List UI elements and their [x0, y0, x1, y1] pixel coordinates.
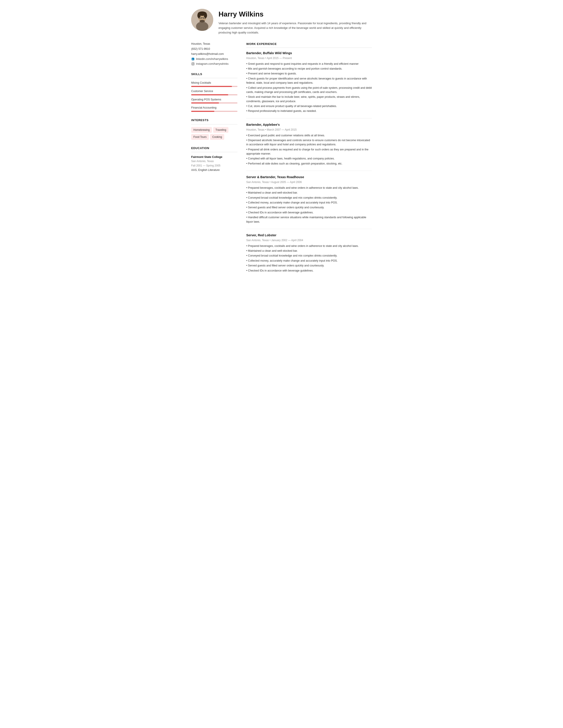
contact-instagram: instagram.com/harrysdrinks	[196, 62, 228, 66]
job-meta: Houston, Texas • March 2007 — April 2015	[246, 128, 372, 132]
instagram-icon	[191, 62, 195, 66]
skill-item: Operating POS Systems	[191, 98, 237, 104]
interests-section: INTERESTS HomebrewingTravelingFood Tours…	[191, 118, 237, 140]
job-bullet: Respond professionally to inebriated gue…	[246, 109, 372, 113]
skill-item: Financial Accounting	[191, 106, 237, 112]
interest-tag: Food Tours	[191, 134, 209, 140]
job-bullet: Checked IDs in accordance with beverage …	[246, 269, 372, 273]
resume-wrapper: Harry Wilkins Veteran bartender and mixo…	[182, 0, 381, 291]
jobs-list: Bartender, Buffalo Wild Wings Houston, T…	[246, 51, 372, 273]
svg-point-13	[192, 63, 194, 65]
job-bullet: Maintained a clean and well-stocked bar.	[246, 249, 372, 253]
job-title: Server, Red Lobster	[246, 233, 372, 238]
contact-phone: (832) 571-9910	[191, 47, 237, 51]
job-bullet: Collected money, accurately make change …	[246, 201, 372, 205]
avatar	[191, 9, 213, 31]
skill-item: Mixing Cocktails	[191, 81, 237, 87]
work-experience-section: WORK EXPERIENCE Bartender, Buffalo Wild …	[246, 42, 372, 273]
interests-title: INTERESTS	[191, 118, 237, 122]
main-layout: Houston, Texas (832) 571-9910 harry.wilk…	[191, 42, 372, 278]
job-bullets: Greet guests and respond to guest inquir…	[246, 62, 372, 113]
contact-linkedin-row: in linkedin.com/in/harrywilkins	[191, 57, 237, 61]
job-bullet: Performed all side duties such as cleani…	[246, 162, 372, 166]
skill-bar-fill	[191, 111, 214, 112]
job-block: Bartender, Buffalo Wild Wings Houston, T…	[246, 51, 372, 113]
skills-list: Mixing Cocktails Customer Service Operat…	[191, 81, 237, 112]
job-bullet: Collect and process payments from guests…	[246, 86, 372, 94]
svg-rect-12	[192, 63, 194, 65]
job-bullet: Dispensed alcoholic beverages and contro…	[246, 138, 372, 147]
education-item: Fairmont State College San Antonio, Texa…	[191, 155, 237, 172]
skills-section: SKILLS Mixing Cocktails Customer Service…	[191, 72, 237, 112]
work-experience-title: WORK EXPERIENCE	[246, 42, 372, 46]
skill-name: Operating POS Systems	[191, 98, 237, 102]
job-title: Server & Bartender, Texas Roadhouse	[246, 175, 372, 180]
sidebar: Houston, Texas (832) 571-9910 harry.wilk…	[191, 42, 237, 178]
job-bullet: Served guests and filled server orders q…	[246, 264, 372, 268]
contact-linkedin: linkedin.com/in/harrywilkins	[196, 57, 228, 61]
job-bullets: Prepared beverages, cocktails and wine o…	[246, 186, 372, 224]
job-bullet: Prepared all drink orders as required an…	[246, 148, 372, 156]
skill-bar-bg	[191, 86, 237, 87]
svg-point-14	[194, 63, 194, 63]
skill-name: Financial Accounting	[191, 106, 237, 110]
education-title: EDUCATION	[191, 146, 237, 150]
interest-tag: Traveling	[213, 127, 228, 133]
skill-bar-bg	[191, 102, 237, 103]
job-bullet: Complied with all liquor laws, health re…	[246, 157, 372, 161]
job-meta: Houston, Texas • April 2015 — Present	[246, 56, 372, 60]
edu-degree: AAS, English Literature	[191, 168, 237, 172]
linkedin-icon: in	[191, 57, 195, 61]
education-list: Fairmont State College San Antonio, Texa…	[191, 155, 237, 172]
job-meta: San Antonio, Texas • August 2005 — April…	[246, 180, 372, 184]
skill-bar-fill	[191, 86, 232, 87]
job-bullets: Prepared beverages, cocktails and wine o…	[246, 244, 372, 273]
edu-school: Fairmont State College	[191, 155, 237, 159]
job-bullet: Handled difficult customer service situa…	[246, 215, 372, 224]
skill-name: Mixing Cocktails	[191, 81, 237, 85]
skill-bar-fill	[191, 102, 219, 103]
job-bullet: Greet guests and respond to guest inquir…	[246, 62, 372, 66]
header-info: Harry Wilkins Veteran bartender and mixo…	[219, 9, 372, 35]
job-bullet: Exercised good public and customer relat…	[246, 133, 372, 138]
job-bullet: Present and serve beverages to guests.	[246, 72, 372, 76]
job-bullet: Prepared beverages, cocktails and wine o…	[246, 186, 372, 190]
skills-divider	[191, 78, 237, 78]
contact-section: Houston, Texas (832) 571-9910 harry.wilk…	[191, 42, 237, 66]
job-title: Bartender, Buffalo Wild Wings	[246, 51, 372, 56]
candidate-summary: Veteran bartender and mixologist with 14…	[219, 21, 372, 35]
interest-tag: Homebrewing	[191, 127, 212, 133]
edu-dates: Fall 2001 — Spring 2005	[191, 164, 237, 168]
job-bullets: Exercised good public and customer relat…	[246, 133, 372, 166]
skill-item: Customer Service	[191, 89, 237, 95]
job-block: Bartender, Applebee's Houston, Texas • M…	[246, 122, 372, 166]
job-bullet: Check guests for proper identification a…	[246, 77, 372, 85]
job-bullet: Served guests and filled server orders q…	[246, 205, 372, 210]
contact-email: harry.wilkins@hotmail.com	[191, 52, 237, 56]
main-content: WORK EXPERIENCE Bartender, Buffalo Wild …	[246, 42, 372, 278]
job-separator	[246, 171, 372, 171]
job-title: Bartender, Applebee's	[246, 122, 372, 127]
job-bullet: Prepared beverages, cocktails and wine o…	[246, 244, 372, 248]
job-bullet: Conveyed broad cocktail knowledge and mi…	[246, 254, 372, 258]
interest-tags: HomebrewingTravelingFood ToursCooking	[191, 127, 237, 140]
job-bullet: Stock and maintain the bar to include be…	[246, 95, 372, 103]
contact-location: Houston, Texas	[191, 42, 237, 46]
svg-point-1	[196, 22, 208, 31]
job-block: Server & Bartender, Texas Roadhouse San …	[246, 175, 372, 224]
job-meta: San Antonio, Texas • January 2002 — Apri…	[246, 238, 372, 242]
skill-bar-bg	[191, 94, 237, 95]
svg-point-9	[200, 20, 205, 22]
candidate-name: Harry Wilkins	[219, 9, 372, 19]
skill-name: Customer Service	[191, 89, 237, 93]
job-bullet: Conveyed broad cocktail knowledge and mi…	[246, 196, 372, 200]
job-separator	[246, 229, 372, 229]
skill-bar-bg	[191, 111, 237, 112]
job-bullet: Checked IDs in accordance with beverage …	[246, 211, 372, 215]
skill-bar-fill	[191, 94, 228, 95]
job-bullet: Maintained a clean and well-stocked bar.	[246, 191, 372, 195]
job-block: Server, Red Lobster San Antonio, Texas •…	[246, 233, 372, 273]
job-bullet: Collected money, accurately make change …	[246, 259, 372, 263]
contact-instagram-row: instagram.com/harrysdrinks	[191, 62, 237, 66]
education-section: EDUCATION Fairmont State College San Ant…	[191, 146, 237, 172]
